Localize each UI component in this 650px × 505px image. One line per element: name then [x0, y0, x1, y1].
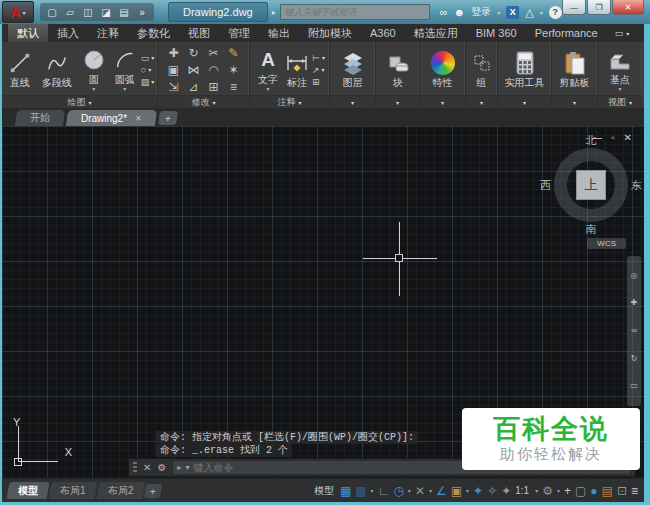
new-layout-button[interactable]: + — [144, 484, 162, 498]
rectangle-caret-icon[interactable]: ▾ — [151, 53, 154, 63]
tab-a360[interactable]: A360 — [361, 24, 405, 42]
view-panel-footer[interactable]: 视图 ▾ — [598, 95, 642, 108]
new-file-icon[interactable]: ▢ — [44, 4, 60, 20]
tab-manage[interactable]: 管理 — [219, 24, 259, 42]
exchange-apps-icon[interactable]: X — [506, 6, 519, 19]
layers-button[interactable]: 图层 — [341, 50, 365, 90]
fillet-icon[interactable]: ◠ — [208, 63, 218, 77]
customize-wrench-icon[interactable]: ⚙ — [157, 462, 166, 473]
ortho-mode-icon[interactable]: ∟ — [378, 484, 390, 498]
tab-model[interactable]: 模型 — [7, 482, 50, 499]
pan-icon[interactable]: ✚ — [631, 299, 638, 307]
help-search-input[interactable] — [285, 7, 425, 17]
tab-annotate[interactable]: 注释 — [88, 24, 128, 42]
orbit-icon[interactable]: ↻ — [631, 355, 638, 363]
group-button[interactable]: 组 — [473, 50, 491, 90]
viewcube[interactable]: 上 北 南 西 东 — [554, 148, 628, 222]
modify-panel-footer[interactable]: 修改 ▾ — [158, 95, 249, 108]
drawing-restore-icon[interactable]: ▫ — [611, 132, 615, 143]
app-menu-button[interactable]: A ▾ — [2, 1, 34, 23]
line-button[interactable]: 直线 — [5, 50, 35, 90]
ellipse-caret-icon[interactable]: ▾ — [148, 65, 151, 75]
isodraft-icon[interactable]: ✕ — [415, 484, 425, 498]
ribbon-display-button[interactable]: ▭ ▾ — [615, 24, 630, 42]
block-button[interactable]: 块 — [386, 50, 410, 90]
table-icon[interactable]: ⊞ — [312, 77, 320, 87]
command-bar-grip[interactable] — [133, 462, 137, 474]
linear-dim-caret-icon[interactable]: ▾ — [322, 53, 325, 63]
qat-more-icon[interactable]: » — [134, 4, 150, 20]
circle-button[interactable]: 圆 ▾ — [79, 47, 109, 92]
stretch-icon[interactable]: ⇲ — [168, 80, 178, 94]
search-icon[interactable]: ∞ — [440, 6, 448, 18]
clipboard-panel-footer[interactable]: ▾ — [552, 95, 597, 108]
annotation-monitor-plus-icon[interactable]: + — [564, 484, 571, 498]
monitor-icon[interactable]: ⊡ — [617, 484, 627, 498]
polar-tracking-icon[interactable]: ◷ — [393, 484, 403, 498]
model-space-button[interactable]: 模型 — [314, 484, 334, 498]
rectangle-icon[interactable]: ▭ — [141, 53, 150, 63]
isodraft-caret-icon[interactable]: ▾ — [429, 487, 432, 494]
open-file-icon[interactable]: ▱ — [62, 4, 78, 20]
file-tab-drawing2[interactable]: Drawing2* ✕ — [66, 110, 157, 126]
command-close-icon[interactable]: ✕ — [143, 462, 151, 473]
properties-button[interactable]: 特性 — [431, 50, 455, 90]
workspace-gear-icon[interactable]: ⚙ — [542, 484, 553, 498]
save-icon[interactable]: ◫ — [80, 4, 96, 20]
explode-icon[interactable]: ✶ — [228, 63, 238, 77]
new-drawing-tab-button[interactable]: + — [158, 111, 178, 125]
tab-insert[interactable]: 插入 — [48, 24, 88, 42]
hatch-icon[interactable]: ▨ — [141, 77, 150, 87]
annotation-visibility-icon[interactable]: ✦ — [473, 484, 483, 498]
hatch-caret-icon[interactable]: ▾ — [151, 77, 154, 87]
linear-dim-icon[interactable]: ⊢ — [312, 53, 320, 63]
tab-addins[interactable]: 附加模块 — [299, 24, 361, 42]
save-as-icon[interactable]: ◪ — [98, 4, 114, 20]
basepoint-button[interactable]: 基点 ▾ — [608, 47, 632, 92]
block-panel-footer[interactable]: ▾ — [376, 95, 419, 108]
mirror-icon[interactable]: ⋈ — [188, 63, 200, 77]
polar-caret-icon[interactable]: ▾ — [408, 487, 411, 494]
tab-layout2[interactable]: 布局2 — [96, 482, 145, 499]
tab-layout1[interactable]: 布局1 — [49, 482, 98, 499]
utilities-button[interactable]: 实用工具 — [505, 50, 545, 90]
recent-commands-caret-icon[interactable]: ▾ — [185, 463, 189, 472]
copy-icon[interactable]: ▣ — [168, 63, 179, 77]
annotation-scale-icon[interactable]: ✦ — [501, 484, 511, 498]
ellipse-icon[interactable]: ○ — [141, 65, 146, 75]
properties-panel-footer[interactable]: ▾ — [420, 95, 465, 108]
trim-icon[interactable]: ✂ — [208, 46, 218, 60]
viewcube-east[interactable]: 东 — [631, 178, 642, 193]
recent-commands-icon[interactable]: ▸ — [177, 463, 181, 472]
text-button[interactable]: A 文字 ▾ — [254, 47, 282, 92]
wcs-button[interactable]: WCS — [587, 238, 626, 249]
polyline-button[interactable]: 多段线 — [36, 50, 78, 90]
a360-icon[interactable]: △ — [525, 6, 533, 19]
minimize-button[interactable]: — — [562, 0, 586, 15]
viewcube-north[interactable]: 北 — [586, 133, 597, 148]
draw-panel-footer[interactable]: 绘图 ▾ — [2, 95, 157, 108]
full-nav-wheel-icon[interactable]: ◎ — [631, 272, 638, 280]
utilities-panel-footer[interactable]: ▾ — [498, 95, 551, 108]
workspace-caret-icon[interactable]: ▾ — [557, 487, 560, 494]
offset-icon[interactable]: ≡ — [230, 80, 237, 94]
file-tab-close-icon[interactable]: ✕ — [135, 114, 142, 123]
arc-button[interactable]: 圆弧 ▾ — [110, 47, 140, 92]
viewcube-west[interactable]: 西 — [540, 178, 551, 193]
grid-display-icon[interactable]: ▦ — [340, 484, 351, 498]
object-snap-icon[interactable]: ▣ — [451, 484, 462, 498]
layers-panel-footer[interactable]: ▾ — [330, 95, 375, 108]
drawing-close-icon[interactable]: ✕ — [624, 132, 632, 143]
sign-in-button[interactable]: 登录 — [471, 5, 491, 19]
circle-caret-icon[interactable]: ▾ — [92, 87, 95, 92]
dimension-button[interactable]: 标注 — [283, 50, 311, 90]
clean-screen-icon[interactable]: ● — [590, 484, 597, 498]
sign-in-caret-icon[interactable]: ▾ — [497, 9, 500, 16]
arc-caret-icon[interactable]: ▾ — [123, 87, 126, 92]
help-icon[interactable]: ? — [549, 6, 562, 19]
showmotion-icon[interactable]: ▭ — [630, 382, 638, 390]
text-caret-icon[interactable]: ▾ — [267, 87, 270, 92]
graphics-performance-icon[interactable]: ▤ — [602, 484, 613, 498]
leader-caret-icon[interactable]: ▾ — [322, 65, 325, 75]
tab-performance[interactable]: Performance — [526, 24, 607, 42]
